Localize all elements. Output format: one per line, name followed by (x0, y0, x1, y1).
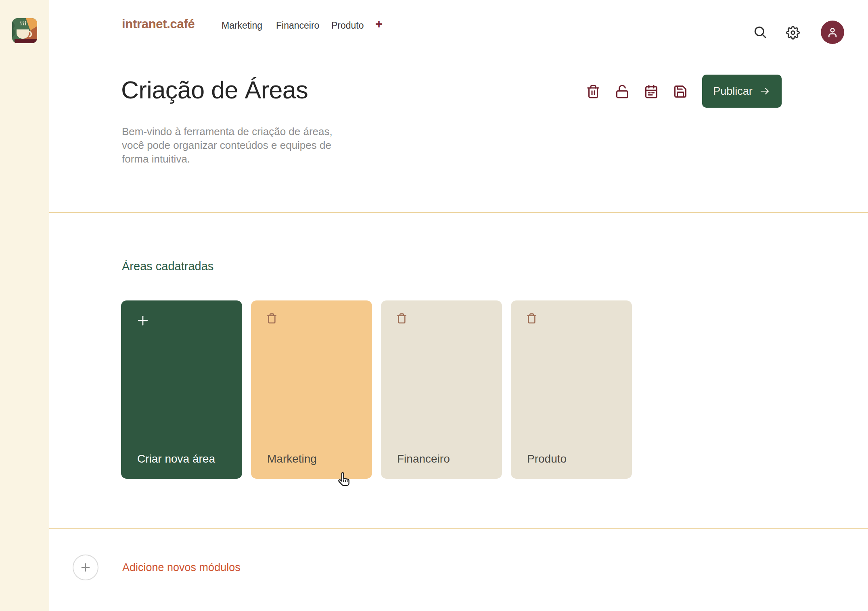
schedule-button[interactable] (644, 84, 659, 99)
trash-icon (586, 84, 600, 99)
unlock-icon (615, 84, 630, 99)
settings-button[interactable] (786, 26, 800, 40)
add-module-button[interactable] (73, 555, 98, 580)
create-area-card[interactable]: Criar nova área (121, 300, 242, 479)
plus-icon (80, 562, 91, 573)
header-divider (49, 212, 868, 213)
plus-icon (136, 314, 149, 327)
areas-section-heading: Áreas cadatradas (122, 260, 213, 273)
delete-button[interactable] (586, 84, 600, 99)
delete-area-button[interactable] (396, 313, 407, 325)
gear-icon (786, 26, 800, 40)
publish-button-label: Publicar (713, 85, 753, 98)
save-button[interactable] (673, 84, 688, 99)
card-label: Produto (527, 453, 567, 465)
section-divider (49, 528, 868, 529)
nav-item-produto[interactable]: Produto (331, 20, 364, 31)
card-label: Criar nova área (137, 453, 215, 465)
card-label: Financeiro (397, 453, 450, 465)
brand-title[interactable]: intranet.café (122, 17, 195, 31)
areas-card-row: Criar nova área Marketing Financeiro (121, 300, 632, 479)
calendar-icon (644, 84, 659, 99)
nav-add-tab-button[interactable]: + (375, 17, 383, 31)
save-icon (673, 84, 688, 99)
nav-item-marketing[interactable]: Marketing (222, 20, 262, 31)
sidebar (0, 0, 49, 611)
page-subtitle: Bem-vindo à ferramenta de criação de áre… (122, 125, 338, 166)
user-icon (826, 26, 839, 38)
area-card-marketing[interactable]: Marketing (251, 300, 372, 479)
app-logo[interactable] (12, 18, 37, 43)
avatar[interactable] (821, 21, 844, 44)
app-window: intranet.café Marketing Financeiro Produ… (0, 0, 868, 611)
publish-button[interactable]: Publicar (702, 75, 782, 108)
trash-icon (266, 313, 277, 324)
trash-icon (526, 313, 537, 324)
area-card-produto[interactable]: Produto (511, 300, 632, 479)
delete-area-button[interactable] (266, 313, 277, 325)
card-label: Marketing (267, 453, 317, 465)
page-title: Criação de Áreas (121, 76, 308, 104)
add-modules-link[interactable]: Adicione novos módulos (122, 561, 241, 574)
trash-icon (396, 313, 407, 324)
unlock-button[interactable] (615, 84, 630, 99)
coffee-cup-logo-icon (12, 18, 37, 43)
area-card-financeiro[interactable]: Financeiro (381, 300, 502, 479)
nav-item-financeiro[interactable]: Financeiro (276, 20, 319, 31)
search-icon (753, 25, 768, 40)
arrow-right-icon (759, 86, 771, 96)
search-button[interactable] (753, 25, 768, 40)
delete-area-button[interactable] (526, 313, 537, 325)
